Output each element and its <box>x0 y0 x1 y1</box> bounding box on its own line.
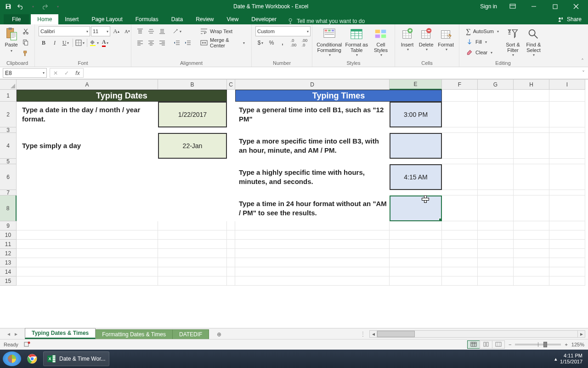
fx-icon[interactable]: fx <box>72 70 83 76</box>
formula-input[interactable] <box>84 68 579 78</box>
decrease-font-icon[interactable]: A▾ <box>122 26 132 36</box>
number-format-combo[interactable]: Custom▾ <box>255 26 311 36</box>
cell-E14[interactable] <box>390 267 442 276</box>
cell-b2[interactable]: 1/22/2017 <box>158 102 227 127</box>
cell-C10[interactable] <box>227 230 235 240</box>
cell-H9[interactable] <box>514 221 549 230</box>
cell-A14[interactable] <box>17 267 158 276</box>
cell-I3[interactable] <box>549 127 585 133</box>
start-button[interactable] <box>3 351 21 366</box>
tab-insert[interactable]: Insert <box>58 14 85 24</box>
cell-I2[interactable] <box>549 102 585 127</box>
cell-G8[interactable] <box>478 196 514 221</box>
font-name-combo[interactable]: Calibri▾ <box>39 26 90 36</box>
align-bottom-icon[interactable] <box>157 26 167 36</box>
row-header-2[interactable]: 2 <box>0 102 17 127</box>
cell-I12[interactable] <box>549 249 585 258</box>
cell-E13[interactable] <box>390 258 442 267</box>
col-header-E[interactable]: E <box>390 80 442 90</box>
col-header-G[interactable]: G <box>478 80 514 90</box>
cell-F15[interactable] <box>442 276 478 286</box>
cell-I10[interactable] <box>549 230 585 240</box>
sheet-tab-1[interactable]: Typing Dates & Times <box>25 328 96 339</box>
new-sheet-button[interactable]: ⊕ <box>213 330 225 339</box>
tab-formulas[interactable]: Formulas <box>129 14 165 24</box>
align-middle-icon[interactable] <box>146 26 156 36</box>
cell-A12[interactable] <box>17 249 158 258</box>
increase-indent-icon[interactable] <box>183 38 193 48</box>
cell-G5[interactable] <box>478 159 514 164</box>
header-typing-times[interactable]: Typing Times <box>235 90 442 102</box>
cell-A15[interactable] <box>17 276 158 286</box>
macro-record-icon[interactable] <box>24 341 30 348</box>
accounting-format-icon[interactable]: $▾ <box>255 38 266 48</box>
cell-D11[interactable] <box>235 240 390 249</box>
cell-I8[interactable] <box>549 196 585 221</box>
view-page-break-icon[interactable] <box>492 340 505 349</box>
cell-B10[interactable] <box>158 230 227 240</box>
cell-A10[interactable] <box>17 230 158 240</box>
row-header-1[interactable]: 1 <box>0 90 17 102</box>
decrease-indent-icon[interactable] <box>172 38 182 48</box>
autosum-button[interactable]: ∑AutoSum▾ <box>463 26 502 36</box>
tab-view[interactable]: View <box>220 14 245 24</box>
cell-I13[interactable] <box>549 258 585 267</box>
qat-customize[interactable]: ▾ <box>52 1 63 12</box>
cell-I4[interactable] <box>549 133 585 159</box>
cell-E10[interactable] <box>390 230 442 240</box>
cell-H11[interactable] <box>514 240 549 249</box>
excel-taskbar-button[interactable]: X Date & Time Wor... <box>43 351 109 366</box>
underline-icon[interactable]: U▾ <box>61 38 71 48</box>
cell-C12[interactable] <box>227 249 235 258</box>
format-as-table-button[interactable]: Format as Table▾ <box>344 26 369 58</box>
conditional-formatting-button[interactable]: Conditional Formatting▾ <box>316 26 342 58</box>
cell-F11[interactable] <box>442 240 478 249</box>
chrome-taskbar-icon[interactable] <box>23 351 41 366</box>
row-header-6[interactable]: 6 <box>0 164 17 190</box>
collapse-ribbon-icon[interactable]: ˄ <box>579 58 586 65</box>
fill-button[interactable]: Fill▾ <box>463 37 502 47</box>
cell-E12[interactable] <box>390 249 442 258</box>
cell-D13[interactable] <box>235 258 390 267</box>
cell-F2[interactable] <box>442 102 478 127</box>
cell-G3[interactable] <box>478 127 514 133</box>
align-center-icon[interactable] <box>146 38 156 48</box>
cell-F6[interactable] <box>442 164 478 190</box>
cell-G13[interactable] <box>478 258 514 267</box>
cell-F4[interactable] <box>442 133 478 159</box>
horizontal-scrollbar[interactable]: ◂▸ <box>369 330 585 338</box>
cell-styles-button[interactable]: Cell Styles▾ <box>371 26 391 58</box>
cell-H8[interactable] <box>514 196 549 221</box>
row-header-3[interactable]: 3 <box>0 127 17 133</box>
row-header-4[interactable]: 4 <box>0 133 17 159</box>
cell-F12[interactable] <box>442 249 478 258</box>
cell-G15[interactable] <box>478 276 514 286</box>
tab-developer[interactable]: Developer <box>245 14 283 24</box>
row-header-13[interactable]: 13 <box>0 258 17 267</box>
cell-A9[interactable] <box>17 221 158 230</box>
sheet-nav[interactable]: ◂▸ <box>0 331 25 337</box>
wrap-text-button[interactable]: Wrap Text <box>198 26 248 36</box>
clear-button[interactable]: Clear▾ <box>463 47 502 58</box>
share-button[interactable]: Share <box>551 14 588 24</box>
cell-D14[interactable] <box>235 267 390 276</box>
col-header-D[interactable]: D <box>235 80 390 90</box>
zoom-level[interactable]: 125% <box>571 342 584 347</box>
sheet-tab-2[interactable]: Formatting Dates & Times <box>95 329 173 339</box>
italic-icon[interactable]: I <box>50 38 60 48</box>
cell-e8-selected[interactable] <box>390 196 442 221</box>
cell-e6[interactable]: 4:15 AM <box>390 164 442 190</box>
name-box[interactable]: E8▾ <box>3 68 47 78</box>
cell-F1[interactable] <box>442 90 478 102</box>
merge-center-button[interactable]: Merge & Center▾ <box>198 38 248 48</box>
bold-icon[interactable]: B <box>39 38 49 48</box>
col-header-F[interactable]: F <box>442 80 478 90</box>
cell-b4[interactable]: 22-Jan <box>158 133 227 159</box>
cell-G7[interactable] <box>478 190 514 196</box>
cell-G1[interactable] <box>478 90 514 102</box>
system-tray[interactable]: ▴ 4:11 PM 1/15/2017 <box>554 353 585 365</box>
tab-home[interactable]: Home <box>31 14 58 24</box>
cell-B15[interactable] <box>158 276 227 286</box>
cell-G2[interactable] <box>478 102 514 127</box>
cell-F7[interactable] <box>442 190 478 196</box>
